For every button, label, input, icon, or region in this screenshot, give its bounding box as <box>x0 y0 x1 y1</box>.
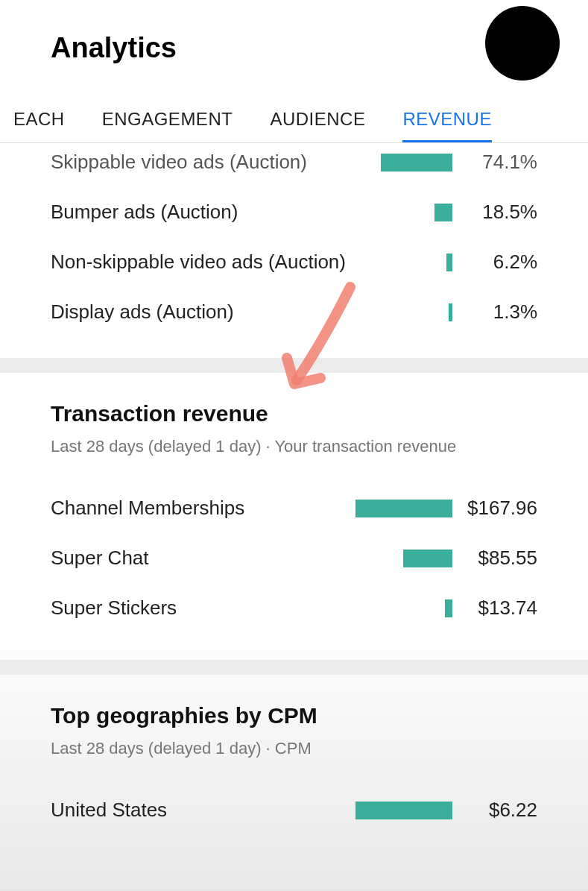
ad-type-value: 18.5% <box>463 201 537 224</box>
card-title: Top geographies by CPM <box>51 703 537 728</box>
bar-wrap <box>355 500 452 517</box>
bar-wrap <box>355 550 452 567</box>
card-title: Transaction revenue <box>51 401 537 426</box>
bar-wrap <box>355 204 452 221</box>
bar <box>445 599 452 617</box>
bar-wrap <box>355 599 452 617</box>
bar <box>446 254 452 271</box>
ad-type-label: Bumper ads (Auction) <box>51 201 355 224</box>
list-item[interactable]: Display ads (Auction) 1.3% <box>51 287 537 337</box>
transaction-label: Super Stickers <box>51 596 355 620</box>
transaction-value: $85.55 <box>463 547 537 570</box>
avatar[interactable] <box>485 6 560 81</box>
bar <box>355 802 452 819</box>
ad-type-label: Skippable video ads (Auction) <box>51 151 355 174</box>
header: Analytics <box>0 0 588 98</box>
ad-type-value: 74.1% <box>463 151 537 174</box>
divider <box>0 358 588 373</box>
page-title: Analytics <box>51 32 177 64</box>
bar <box>403 550 452 567</box>
tab-engagement[interactable]: ENGAGEMENT <box>102 98 233 142</box>
ad-type-label: Non-skippable video ads (Auction) <box>51 251 355 274</box>
bar <box>355 500 452 517</box>
bar <box>434 204 452 221</box>
ad-type-value: 6.2% <box>463 251 537 274</box>
tabs: EACH ENGAGEMENT AUDIENCE REVENUE <box>0 98 588 143</box>
ad-type-value: 1.3% <box>463 300 537 324</box>
transaction-value: $167.96 <box>463 497 537 520</box>
list-item[interactable]: Super Stickers $13.74 <box>51 583 537 633</box>
geo-label: United States <box>51 799 355 822</box>
geo-value: $6.22 <box>463 799 537 822</box>
transaction-revenue-card: Transaction revenue Last 28 days (delaye… <box>0 373 588 660</box>
top-geographies-card: Top geographies by CPM Last 28 days (del… <box>0 675 588 862</box>
bar-wrap <box>355 254 452 271</box>
bar-wrap <box>355 154 452 171</box>
list-item[interactable]: Non-skippable video ads (Auction) 6.2% <box>51 237 537 287</box>
bar-wrap <box>355 303 452 321</box>
list-item[interactable]: Bumper ads (Auction) 18.5% <box>51 187 537 237</box>
transaction-value: $13.74 <box>463 596 537 620</box>
tab-audience[interactable]: AUDIENCE <box>270 98 365 142</box>
tab-revenue[interactable]: REVENUE <box>402 98 492 142</box>
divider <box>0 660 588 675</box>
card-subtitle: Last 28 days (delayed 1 day) · CPM <box>51 739 537 758</box>
card-subtitle: Last 28 days (delayed 1 day) · Your tran… <box>51 437 537 456</box>
list-item[interactable]: Channel Memberships $167.96 <box>51 483 537 533</box>
list-item[interactable]: Super Chat $85.55 <box>51 533 537 583</box>
list-item[interactable]: United States $6.22 <box>51 785 537 835</box>
bar <box>381 154 452 171</box>
ad-types-list: Skippable video ads (Auction) 74.1% Bump… <box>0 137 588 358</box>
bar <box>449 303 452 321</box>
list-item[interactable]: Skippable video ads (Auction) 74.1% <box>51 146 537 187</box>
bar-wrap <box>355 802 452 819</box>
transaction-label: Channel Memberships <box>51 497 355 520</box>
transaction-label: Super Chat <box>51 547 355 570</box>
ad-type-label: Display ads (Auction) <box>51 300 355 324</box>
tab-reach[interactable]: EACH <box>13 98 65 142</box>
